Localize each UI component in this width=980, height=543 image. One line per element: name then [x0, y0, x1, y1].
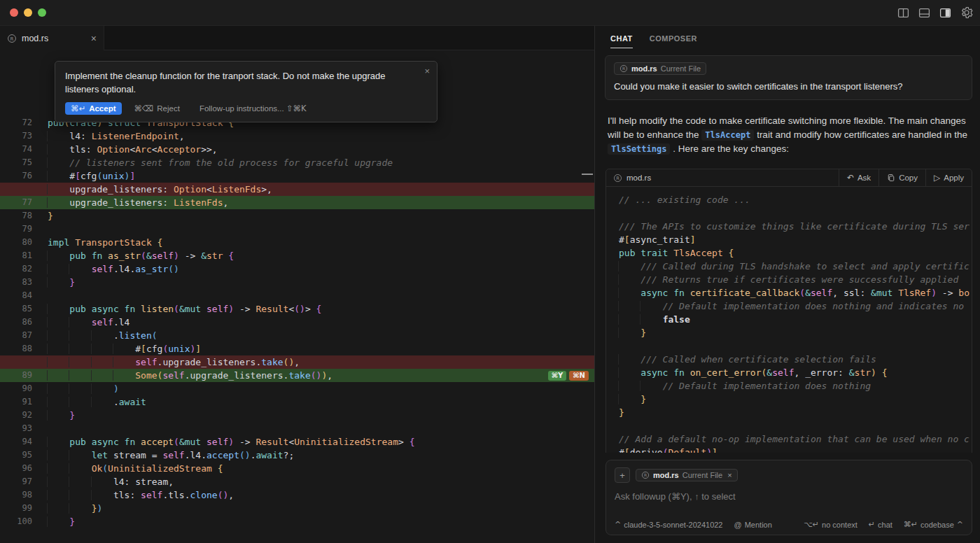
mention-button[interactable]: @ Mention — [734, 521, 772, 529]
model-selector[interactable]: ^ claude-3-5-sonnet-20241022 — [615, 520, 723, 529]
chat-code-line: /// Returns true if certificates were su… — [619, 273, 972, 286]
chat-code-line: } — [619, 326, 972, 339]
inline-code: TlsAccept — [701, 129, 754, 141]
rust-file-icon: R — [613, 174, 622, 183]
code-line[interactable]: 86 self.l4 — [0, 316, 594, 329]
code-block-body: // ... existing code .../// The APIs to … — [606, 187, 972, 453]
minimize-window-button[interactable] — [24, 8, 32, 17]
code-line[interactable]: 93 — [0, 422, 594, 435]
editor-tabbar: R mod.rs × — [0, 26, 594, 50]
code-line[interactable]: 75 // listeners sent from the old proces… — [0, 156, 594, 169]
rust-file-icon: R — [641, 471, 650, 479]
zoom-window-button[interactable] — [38, 8, 46, 17]
chip-close-icon[interactable]: × — [727, 471, 732, 479]
code-line[interactable]: 74 tls: Option<Arc<Acceptor>>, — [0, 143, 594, 156]
code-line[interactable]: 88 #[cfg(unix)] — [0, 342, 594, 355]
chip-filename: mod.rs — [653, 471, 679, 479]
code-line[interactable]: 90 ) — [0, 382, 594, 395]
diff-accept-reject-badges[interactable]: ⌘Y⌘N — [548, 371, 589, 381]
code-line[interactable]: 83 } — [0, 276, 594, 289]
window-controls — [10, 8, 46, 17]
panel-right-icon[interactable] — [939, 7, 951, 19]
reject-button[interactable]: ⌘⌫ Reject — [134, 104, 180, 113]
diff-accept-badge[interactable]: ⌘Y — [548, 371, 567, 381]
code-line[interactable]: 79 — [0, 223, 594, 236]
code-line[interactable]: 80impl TransportStack { — [0, 236, 594, 249]
inline-edit-popup: × Implement the cleanup function for the… — [55, 61, 438, 122]
code-line[interactable]: 91 .await — [0, 395, 594, 409]
code-line[interactable]: 98 tls: self.tls.clone(), — [0, 488, 594, 502]
line-number: 100 — [0, 515, 32, 528]
inline-code: TlsSettings — [608, 143, 670, 155]
chat-code-line: /// The APIs to customize things like ce… — [619, 220, 972, 233]
editor-code-area[interactable]: 72pub(crate) struct TransportStack {73 l… — [0, 116, 594, 528]
chat-code-line: /// Called when certificate selection fa… — [619, 353, 972, 366]
chip-tag: Current File — [661, 64, 701, 73]
code-line[interactable]: 78} — [0, 209, 594, 223]
diff-deleted-line[interactable]: self.upgrade_listeners.take(), — [0, 355, 594, 369]
diff-added-line[interactable]: 89 Some(self.upgrade_listeners.take()),⌘… — [0, 369, 594, 382]
apply-button[interactable]: ▷ Apply — [925, 169, 972, 186]
chip-tag: Current File — [682, 471, 722, 479]
tab-chat[interactable]: CHAT — [610, 28, 633, 48]
chat-code-line: #[async_trait] — [619, 233, 972, 246]
inline-prompt-text: Implement the cleanup function for the t… — [65, 69, 410, 96]
tab-mod-rs[interactable]: R mod.rs × — [0, 26, 104, 50]
code-line[interactable]: 73 l4: ListenerEndpoint, — [0, 129, 594, 143]
no-context-button[interactable]: ⌥↵ no context — [804, 520, 858, 529]
chat-input-box[interactable]: + R mod.rs Current File × Ask followup (… — [606, 460, 972, 535]
context-file-chip[interactable]: R mod.rs Current File × — [636, 469, 738, 481]
rust-file-icon: R — [7, 34, 17, 43]
ask-button[interactable]: ↶ Ask — [839, 169, 878, 186]
chat-submit-button[interactable]: ↵ chat — [869, 520, 892, 529]
code-line[interactable]: 87 .listen( — [0, 329, 594, 342]
code-line[interactable]: 92 } — [0, 409, 594, 422]
copy-button[interactable]: Copy — [878, 169, 925, 186]
diff-deleted-line[interactable]: upgrade_listeners: Option<ListenFds>, — [0, 183, 594, 196]
user-message-card: R mod.rs Current File Could you make it … — [605, 55, 972, 100]
code-editor[interactable]: × Implement the cleanup function for the… — [0, 50, 594, 543]
line-number: 88 — [0, 342, 32, 355]
code-line[interactable]: 99 }) — [0, 502, 594, 515]
close-window-button[interactable] — [10, 8, 18, 17]
chat-code-line: // Default implementation does nothing a… — [619, 299, 972, 313]
code-line[interactable]: 94 pub async fn accept(&mut self) -> Res… — [0, 435, 594, 449]
at-icon: @ — [734, 521, 742, 529]
line-number: 90 — [0, 382, 32, 395]
code-line[interactable]: 76 #[cfg(unix)] — [0, 169, 594, 183]
diff-added-line[interactable]: 77 upgrade_listeners: ListenFds, — [0, 196, 594, 209]
settings-gear-icon[interactable] — [960, 6, 973, 19]
code-line[interactable]: 95 let stream = self.l4.accept().await?; — [0, 449, 594, 462]
code-line[interactable]: 81 pub fn as_str(&self) -> &str { — [0, 249, 594, 262]
code-line[interactable]: 96 Ok(UninitializedStream { — [0, 462, 594, 475]
tab-composer[interactable]: COMPOSER — [650, 28, 697, 48]
chat-input-placeholder[interactable]: Ask followup (⌘Y), ↑ to select — [615, 491, 963, 502]
chip-filename: mod.rs — [631, 64, 657, 73]
rust-file-icon: R — [620, 64, 628, 73]
panel-bottom-icon[interactable] — [918, 7, 930, 19]
diff-reject-badge[interactable]: ⌘N — [569, 371, 589, 381]
tab-close-icon[interactable]: × — [91, 33, 97, 44]
chat-code-line — [619, 419, 972, 432]
chat-code-line: #[derive(Default)] — [619, 446, 972, 453]
codebase-submit-button[interactable]: ⌘↵ codebase ^ — [904, 520, 963, 529]
user-message-text: Could you make it easier to switch certi… — [614, 81, 963, 92]
popup-close-icon[interactable]: × — [424, 66, 430, 76]
accept-button[interactable]: ⌘↵ Accept — [65, 102, 122, 115]
code-line[interactable]: 85 pub async fn listen(&mut self) -> Res… — [0, 302, 594, 316]
context-file-chip[interactable]: R mod.rs Current File — [614, 62, 706, 75]
code-line[interactable]: 84 — [0, 289, 594, 302]
code-line[interactable]: 100 } — [0, 515, 594, 528]
chat-message-list[interactable]: R mod.rs Current File Could you make it … — [595, 50, 980, 453]
followup-instructions-button[interactable]: Follow-up instructions... ⇧⌘K — [200, 104, 307, 113]
add-context-button[interactable]: + — [615, 467, 630, 483]
line-number: 98 — [0, 488, 32, 502]
play-icon: ▷ — [934, 173, 940, 183]
line-number: 86 — [0, 316, 32, 329]
chat-code-line: async fn on_cert_error(&self, _error: &s… — [619, 366, 972, 379]
split-editor-icon[interactable] — [897, 7, 909, 19]
copy-icon — [887, 174, 895, 182]
code-line[interactable]: 82 self.l4.as_str() — [0, 262, 594, 276]
line-number: 99 — [0, 502, 32, 515]
code-line[interactable]: 97 l4: stream, — [0, 475, 594, 488]
